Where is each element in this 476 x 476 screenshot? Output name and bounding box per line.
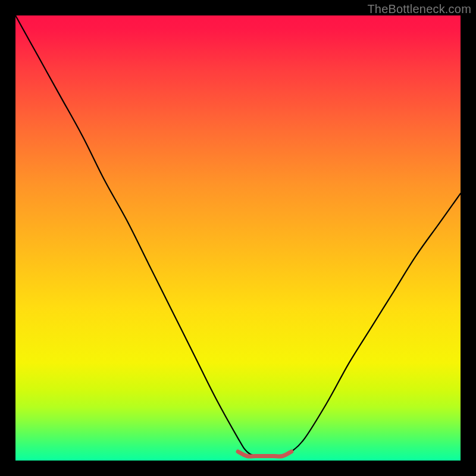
- bottom-flat-segment: [238, 452, 292, 456]
- chart-frame: TheBottleneck.com: [0, 0, 476, 476]
- plot-area: [15, 15, 461, 461]
- main-curve: [15, 15, 461, 456]
- curve-svg: [15, 15, 461, 461]
- watermark-text: TheBottleneck.com: [367, 2, 471, 16]
